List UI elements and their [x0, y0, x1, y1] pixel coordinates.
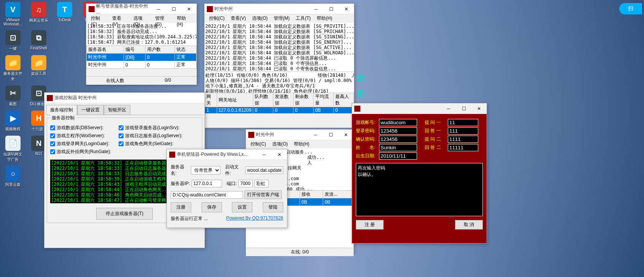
app-icon [207, 6, 213, 12]
startfile-input[interactable] [245, 166, 283, 174]
desktop-icon[interactable]: ○阿里云盘 [2, 166, 24, 187]
rainbow-input[interactable] [254, 180, 269, 187]
menu-item[interactable]: 选项(O) [130, 14, 152, 23]
window-registration: ─ ☐ ✕ 游戏帐号: 登录密码: 确认密码: 姓 名: 出生日期: 提 问 一… [352, 103, 487, 244]
maximize-button[interactable]: ☐ [324, 4, 339, 14]
answer1-input[interactable] [448, 127, 478, 135]
password-input[interactable] [379, 127, 417, 135]
table-row[interactable]: 时光中州00正常 [87, 61, 197, 69]
close-button[interactable]: ✕ [339, 4, 354, 14]
desktop-icon[interactable]: ✂截图 [2, 85, 24, 107]
open-client-button[interactable]: 打开传世客户端 [244, 190, 282, 199]
menu-item[interactable]: 帮助(H) [174, 14, 195, 23]
stop-server-button[interactable]: 停止游戏服务器(T) [96, 208, 153, 220]
close-button[interactable]: ✕ [338, 130, 354, 140]
window-title: 时光中州 [256, 131, 308, 138]
column-header[interactable]: 队列数据 [253, 93, 273, 107]
minimize-button[interactable]: ─ [257, 149, 272, 160]
maximize-button[interactable]: ☐ [456, 103, 471, 114]
register-button[interactable]: 注册 [171, 202, 191, 212]
app-icon [354, 106, 360, 112]
gateway-table[interactable]: 网关网关地址队列数据发送数据剩余数据平均流量最高人数 1127.0.0.1:61… [205, 93, 354, 114]
desktop-icon[interactable]: ⧉FinalShell [28, 30, 50, 51]
column-header[interactable]: 状态 [175, 46, 197, 54]
desktop-icon[interactable]: 📁架设工具 [28, 55, 50, 82]
menu-item[interactable]: 选项(O) [249, 14, 271, 23]
table-row[interactable]: 1127.0.0.1:612090000B0 [205, 107, 354, 114]
service-checkbox[interactable] [119, 141, 124, 146]
menu-item[interactable]: 控制(C) [88, 14, 109, 23]
desktop-icon[interactable]: TToDesk [54, 2, 76, 26]
maximize-button[interactable]: ☐ [166, 4, 181, 14]
menu-item[interactable]: 查看(V) [228, 14, 249, 23]
menu-item[interactable]: 查看(V) [109, 14, 130, 23]
login-button[interactable]: 登陆 [263, 202, 283, 212]
account-input[interactable] [379, 119, 417, 126]
menu-item[interactable]: 控制(C) [206, 14, 228, 23]
port-input[interactable] [238, 180, 253, 187]
minimize-button[interactable]: ─ [441, 103, 456, 114]
column-header[interactable]: 网关 [205, 93, 217, 107]
register-button[interactable]: 注 册 [356, 220, 384, 230]
menu-item[interactable]: 工具(T) [293, 14, 314, 23]
save-button[interactable]: 保存 [201, 202, 222, 212]
server-select[interactable]: 传奇世界 [191, 166, 220, 174]
service-checkbox[interactable] [119, 133, 124, 138]
tab[interactable]: 智能开区 [104, 105, 130, 115]
server-table[interactable]: 服务器名编号用户数状态 时光中州[DB]0正常时光中州00正常 [86, 46, 197, 69]
tab[interactable]: 服务端控制 [46, 105, 77, 115]
column-header[interactable]: 服务器名 [87, 46, 124, 54]
menu-item[interactable]: 管理(G) [152, 14, 174, 23]
app-icon [248, 132, 254, 138]
column-header[interactable]: 发送... [323, 191, 354, 198]
column-header[interactable]: 剩余数据 [293, 93, 314, 107]
desktop-icon[interactable]: ⊡一键 [2, 30, 24, 51]
path-input[interactable] [171, 191, 243, 199]
maximize-button[interactable]: ☐ [323, 130, 338, 140]
close-button[interactable]: ✕ [272, 149, 287, 160]
menu-item[interactable]: 管理(M) [271, 14, 293, 23]
desktop-icon[interactable]: VVMware Workstati... [2, 2, 24, 26]
tab[interactable]: 一键设置 [77, 105, 104, 115]
service-checkbox[interactable] [50, 133, 55, 138]
message-box: 再次输入密码以确认。 [356, 163, 483, 216]
float-cloud-icon[interactable]: 扫 [619, 3, 642, 14]
minimize-button[interactable]: ─ [151, 4, 166, 14]
cancel-button[interactable]: 取 消 [455, 220, 483, 230]
window-title: 游戏控制器 时光中州 [54, 95, 205, 101]
confirm-password-input[interactable] [379, 136, 417, 143]
desktop-icon[interactable]: 📁服务器文件夹 [2, 55, 24, 82]
service-checkbox[interactable] [119, 125, 124, 130]
name-input[interactable] [379, 144, 417, 151]
close-button[interactable]: ✕ [181, 4, 197, 14]
column-header[interactable]: 发送数据 [273, 93, 293, 107]
service-checkbox[interactable] [50, 141, 55, 146]
service-checkbox[interactable] [50, 149, 55, 154]
desktop-icon[interactable]: ▶视频教程 [2, 111, 24, 132]
menu-item[interactable]: 控制(C) [247, 140, 269, 149]
powered-by-link[interactable]: Powered By QQ:971707628 [226, 215, 283, 222]
window-standalone-login: 单机登陆器-Powered By Www.Lx... ─ ✕ 服务器名: 传奇世… [167, 149, 287, 228]
server-ip-input[interactable] [192, 180, 222, 187]
desktop-icon[interactable]: ♫网易云音乐 [28, 2, 50, 26]
birthdate-input[interactable] [379, 152, 417, 160]
column-header[interactable]: 接收 [300, 191, 323, 198]
question2-input[interactable] [448, 136, 478, 143]
column-header[interactable]: 编号 [124, 46, 146, 54]
column-header[interactable]: 最高人数 [334, 93, 354, 107]
column-header[interactable]: 用户数 [145, 46, 174, 54]
desktop-icon[interactable]: 📄仙源码网文字广告 [2, 136, 24, 162]
menu-item[interactable]: 帮助(H) [291, 140, 312, 149]
close-button[interactable]: ✕ [471, 103, 487, 114]
menu-item[interactable]: 选项(O) [269, 140, 291, 149]
table-row[interactable]: 时光中州[DB]0正常 [87, 54, 197, 61]
column-header[interactable]: 网关地址 [217, 93, 253, 107]
menu-item[interactable]: 帮助(H) [314, 14, 335, 23]
question1-input[interactable] [448, 119, 478, 126]
minimize-button[interactable]: ─ [308, 4, 324, 14]
settings-button[interactable]: 设置 [232, 202, 252, 212]
service-checkbox[interactable] [50, 125, 55, 130]
column-header[interactable]: 平均流量 [313, 93, 333, 107]
minimize-button[interactable]: ─ [308, 130, 323, 140]
answer2-input[interactable] [448, 144, 478, 151]
